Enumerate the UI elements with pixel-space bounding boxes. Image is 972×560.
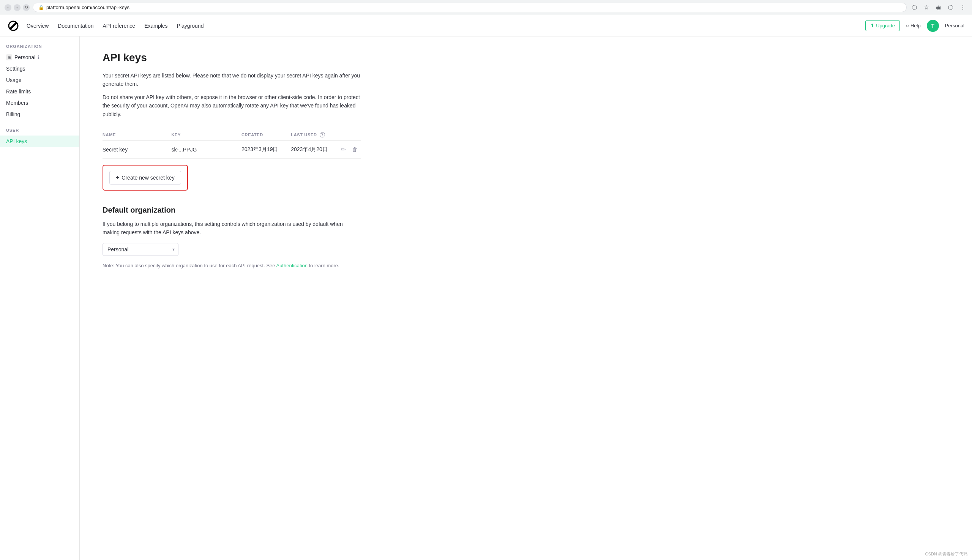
sidebar-item-billing[interactable]: Billing bbox=[0, 108, 79, 120]
org-select[interactable]: Personal bbox=[103, 243, 178, 256]
help-label: Help bbox=[910, 23, 921, 28]
page-title: API keys bbox=[103, 52, 949, 64]
note-text-before: Note: You can also specify which organiz… bbox=[103, 263, 275, 268]
openai-logo bbox=[8, 20, 19, 32]
address-bar[interactable]: 🔒 platform.openai.com/account/api-keys bbox=[33, 3, 907, 12]
key-name-cell: Secret key bbox=[103, 140, 171, 158]
avatar[interactable]: T bbox=[927, 20, 939, 32]
url-text: platform.openai.com/account/api-keys bbox=[46, 5, 130, 10]
api-keys-table: NAME KEY CREATED LAST USED ? Secret key … bbox=[103, 129, 361, 159]
upgrade-button[interactable]: ⬆ Upgrade bbox=[865, 20, 900, 31]
info-icon[interactable]: ℹ bbox=[38, 55, 40, 60]
create-new-secret-key-button[interactable]: + Create new secret key bbox=[109, 171, 181, 185]
col-header-last-used: LAST USED ? bbox=[291, 129, 339, 141]
default-org-title: Default organization bbox=[103, 206, 949, 215]
org-icon: ⊞ bbox=[6, 54, 12, 60]
description-2: Do not share your API key with others, o… bbox=[103, 93, 361, 118]
user-section-label: USER bbox=[0, 128, 79, 135]
main-content: API keys Your secret API keys are listed… bbox=[80, 37, 972, 560]
sidebar-divider bbox=[0, 124, 79, 124]
org-select-wrapper: Personal ▾ bbox=[103, 243, 178, 256]
help-circle-icon: ○ bbox=[906, 23, 909, 28]
org-description: If you belong to multiple organizations,… bbox=[103, 220, 345, 237]
create-key-label: Create new secret key bbox=[122, 175, 174, 181]
watermark: CSDN @青春给了代码 bbox=[925, 551, 967, 557]
upgrade-label: Upgrade bbox=[876, 23, 895, 28]
cast-icon[interactable]: ⬡ bbox=[910, 3, 919, 12]
create-key-area: + Create new secret key bbox=[103, 165, 188, 191]
sidebar: ORGANIZATION ⊞ Personal ℹ Settings Usage… bbox=[0, 37, 80, 560]
nav-links: Overview Documentation API reference Exa… bbox=[27, 23, 865, 29]
refresh-button[interactable]: ↻ bbox=[23, 4, 30, 11]
last-used-info-icon[interactable]: ? bbox=[320, 132, 325, 137]
key-last-used-cell: 2023年4月20日 bbox=[291, 140, 339, 158]
edit-key-button[interactable]: ✏ bbox=[339, 145, 347, 154]
menu-icon[interactable]: ⋮ bbox=[958, 3, 967, 12]
bookmark-icon[interactable]: ☆ bbox=[922, 3, 931, 12]
key-actions-cell: ✏ 🗑 bbox=[339, 140, 361, 158]
app-layout: ORGANIZATION ⊞ Personal ℹ Settings Usage… bbox=[0, 37, 972, 560]
delete-key-button[interactable]: 🗑 bbox=[350, 145, 359, 153]
sidebar-item-rate-limits[interactable]: Rate limits bbox=[0, 86, 79, 97]
nav-right: ⬆ Upgrade ○ Help T Personal bbox=[865, 20, 964, 32]
nav-overview[interactable]: Overview bbox=[27, 23, 48, 29]
upgrade-icon: ⬆ bbox=[870, 23, 874, 28]
lock-icon: 🔒 bbox=[38, 5, 44, 10]
col-header-key: KEY bbox=[171, 129, 242, 141]
col-header-actions bbox=[339, 129, 361, 141]
key-created-cell: 2023年3月19日 bbox=[242, 140, 291, 158]
col-header-name: NAME bbox=[103, 129, 171, 141]
nav-playground[interactable]: Playground bbox=[177, 23, 204, 29]
sidebar-item-settings[interactable]: Settings bbox=[0, 63, 79, 74]
nav-examples[interactable]: Examples bbox=[144, 23, 167, 29]
browser-nav-controls: ← → ↻ bbox=[5, 4, 30, 11]
profile-icon[interactable]: ◉ bbox=[934, 3, 943, 12]
browser-chrome: ← → ↻ 🔒 platform.openai.com/account/api-… bbox=[0, 0, 972, 15]
personal-label[interactable]: Personal bbox=[945, 23, 964, 28]
authentication-link[interactable]: Authentication bbox=[276, 263, 307, 268]
nav-documentation[interactable]: Documentation bbox=[58, 23, 93, 29]
forward-button[interactable]: → bbox=[14, 4, 20, 11]
description-1: Your secret API keys are listed below. P… bbox=[103, 72, 361, 88]
sidebar-org-personal[interactable]: ⊞ Personal ℹ bbox=[0, 52, 79, 63]
note-text-after: to learn more. bbox=[309, 263, 339, 268]
extension-icon[interactable]: ⬡ bbox=[946, 3, 955, 12]
browser-action-buttons: ⬡ ☆ ◉ ⬡ ⋮ bbox=[910, 3, 967, 12]
help-button[interactable]: ○ Help bbox=[906, 23, 921, 28]
back-button[interactable]: ← bbox=[5, 4, 12, 11]
sidebar-item-api-keys[interactable]: API keys bbox=[0, 135, 79, 147]
sidebar-item-usage[interactable]: Usage bbox=[0, 74, 79, 86]
org-section-label: ORGANIZATION bbox=[0, 44, 79, 52]
sidebar-item-members[interactable]: Members bbox=[0, 97, 79, 108]
nav-api-reference[interactable]: API reference bbox=[103, 23, 135, 29]
note-text: Note: You can also specify which organiz… bbox=[103, 262, 345, 270]
col-header-created: CREATED bbox=[242, 129, 291, 141]
top-nav: Overview Documentation API reference Exa… bbox=[0, 15, 972, 37]
plus-icon: + bbox=[116, 174, 119, 181]
org-name-label: Personal bbox=[15, 54, 35, 60]
table-row: Secret key sk-...PPJG 2023年3月19日 2023年4月… bbox=[103, 140, 361, 158]
key-value-cell: sk-...PPJG bbox=[171, 140, 242, 158]
